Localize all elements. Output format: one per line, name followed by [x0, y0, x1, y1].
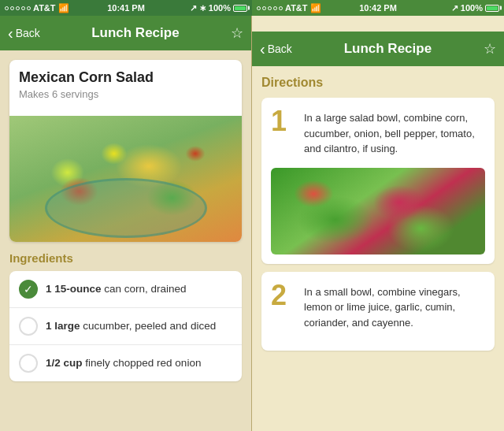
back-button-left[interactable]: ‹ Back	[8, 25, 40, 41]
recipe-subtitle: Makes 6 servings	[19, 88, 232, 100]
battery-icon-left	[233, 5, 247, 12]
carrier-name-left: AT&T	[33, 3, 56, 13]
ingredient-item-1[interactable]: ✓ 1 15-ounce can corn, drained	[9, 271, 242, 308]
carrier-name-right: AT&T	[285, 3, 308, 13]
location-icon-left: ↗	[190, 3, 197, 13]
ingredient-text-1: 1 15-ounce can corn, drained	[46, 282, 187, 296]
nav-title-left: Lunch Recipe	[40, 25, 231, 41]
ingredient-list: ✓ 1 15-ounce can corn, drained 1 large c…	[9, 271, 242, 381]
carrier-signal-right: AT&T 📶	[257, 3, 321, 13]
recipe-title: Mexican Corn Salad	[19, 69, 232, 86]
r-signal-dot-2	[262, 6, 266, 10]
back-chevron-left: ‹	[8, 25, 13, 41]
time-right: 10:42 PM	[359, 3, 397, 13]
ingredient-check-2[interactable]	[19, 317, 38, 336]
right-panel: AT&T 📶 10:42 PM ↗ 100% ‹ Back Lunch Reci…	[252, 0, 504, 431]
ingredient-check-1[interactable]: ✓	[19, 280, 38, 299]
direction-text-2: In a small bowl, combine vinegars, lemon…	[304, 281, 485, 331]
signal-dot-4	[21, 6, 25, 10]
signal-dot-3	[16, 6, 20, 10]
signal-dot-5	[27, 6, 31, 10]
nav-bar-left: ‹ Back Lunch Recipe ☆	[0, 16, 251, 50]
direction-number-1: 1	[271, 107, 296, 157]
herb-image-inner	[271, 168, 485, 255]
recipe-image-inner	[9, 116, 242, 242]
content-left: Mexican Corn Salad Makes 6 servings Ingr…	[0, 50, 251, 431]
battery-area-right: ↗ 100%	[451, 3, 499, 13]
signal-dot-1	[5, 6, 9, 10]
ingredients-title: Ingredients	[9, 251, 242, 265]
battery-area-left: ↗ ∗ 100%	[190, 3, 247, 13]
r-signal-dot-1	[257, 6, 261, 10]
time-left: 10:41 PM	[107, 3, 145, 13]
battery-pct-left: 100%	[209, 3, 231, 13]
wifi-icon-right: 📶	[310, 3, 321, 13]
r-signal-dot-3	[268, 6, 272, 10]
nav-bar-right: ‹ Back Lunch Recipe ☆	[252, 32, 504, 66]
recipe-card: Mexican Corn Salad Makes 6 servings	[9, 60, 242, 242]
ingredient-text-3: 1/2 cup finely chopped red onion	[46, 356, 201, 370]
ingredient-item-2[interactable]: 1 large cucumber, peeled and diced	[9, 308, 242, 345]
bluetooth-icon-left: ∗	[199, 3, 206, 13]
location-icon-right: ↗	[451, 3, 458, 13]
back-chevron-right: ‹	[260, 41, 265, 57]
ingredient-item-3[interactable]: 1/2 cup finely chopped red onion	[9, 345, 242, 381]
content-right: Directions 1 In a large salad bowl, comb…	[252, 66, 504, 431]
left-panel: AT&T 📶 10:41 PM ↗ ∗ 100% ‹ Back Lunch Re…	[0, 0, 252, 431]
status-bar-left: AT&T 📶 10:41 PM ↗ ∗ 100%	[0, 0, 252, 16]
battery-pct-right: 100%	[461, 3, 483, 13]
direction-card-2: 2 In a small bowl, combine vinegars, lem…	[261, 272, 495, 351]
direction-item-2: 2 In a small bowl, combine vinegars, lem…	[271, 281, 485, 331]
star-button-left[interactable]: ☆	[231, 24, 243, 42]
carrier-signal-left: AT&T 📶	[5, 3, 69, 13]
signal-dot-2	[10, 6, 14, 10]
directions-title: Directions	[261, 76, 495, 90]
ingredient-check-3[interactable]	[19, 354, 38, 373]
direction-item-1: 1 In a large salad bowl, combine corn, c…	[271, 107, 485, 157]
back-label-left: Back	[16, 27, 40, 39]
ingredient-text-2: 1 large cucumber, peeled and diced	[46, 319, 216, 333]
nav-title-right: Lunch Recipe	[292, 41, 484, 57]
recipe-card-header: Mexican Corn Salad Makes 6 servings	[9, 60, 242, 116]
battery-icon-right	[485, 5, 499, 12]
back-label-right: Back	[268, 43, 292, 55]
direction-number-2: 2	[271, 281, 296, 331]
star-button-right[interactable]: ☆	[484, 40, 496, 58]
r-signal-dot-4	[273, 6, 277, 10]
direction-text-1: In a large salad bowl, combine corn, cuc…	[304, 107, 485, 157]
r-signal-dot-5	[279, 6, 283, 10]
direction-image-1	[271, 168, 485, 255]
back-button-right[interactable]: ‹ Back	[260, 41, 292, 57]
recipe-image	[9, 116, 242, 242]
direction-card-1: 1 In a large salad bowl, combine corn, c…	[261, 98, 495, 264]
status-bar-right: AT&T 📶 10:42 PM ↗ 100%	[252, 0, 504, 16]
wifi-icon-left: 📶	[58, 3, 69, 13]
